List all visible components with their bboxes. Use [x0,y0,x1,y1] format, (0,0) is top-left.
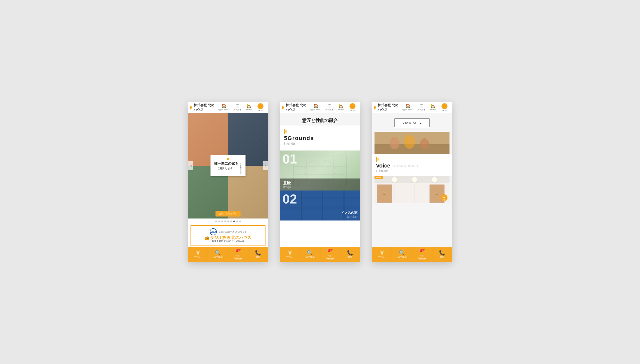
bottom-phone-2[interactable]: 📞 電話 [340,247,360,262]
nav-doc-1[interactable]: 📋 資料請求 [232,104,243,112]
bottom-events-3[interactable]: 🚩 イベント 最新情報 [412,247,432,262]
nav-label-8: MENU [350,110,356,112]
hero-btn[interactable]: お気に入りを探す [216,211,240,216]
dot-2[interactable] [218,220,220,222]
bottom-works-2[interactable]: 🔍 施工事例 [300,247,320,262]
nav-home-1[interactable]: 🏡 HOME [244,104,254,111]
logo-block-6 [375,106,376,108]
home-icon-1: 🏡 [246,104,252,108]
bottom-events-2[interactable]: 🚩 イベント 最新情報 [320,247,340,262]
view-all-container: View All [372,116,452,130]
nav-model-house-3[interactable]: 🏠 モデルハウス [400,104,416,112]
bottom-works-1[interactable]: 🔍 施工事例 [208,247,228,262]
nav-label-2: 資料請求 [234,108,242,111]
phone-icon-1: 📞 [255,250,261,255]
nav-label-11: HOME [430,108,436,111]
screen3-content: View All [372,113,452,247]
card1-label-jp: 意匠 [283,180,357,186]
s3-voice-subtitle: お客様の声 [376,169,448,173]
view-all-btn[interactable]: View All [394,118,430,127]
header-2: 株式会社 北のハウス 🏠 モデルハウス 📋 資料請求 🏡 HOME ☰ MENU [280,102,360,113]
logo-block-4 [283,106,284,108]
s2-card-1[interactable]: 01 意匠 Design [280,150,360,190]
bottom-bar-2: ♛ ブランド 🔍 施工事例 🚩 イベント 最新情報 📞 電話 [280,247,360,262]
doc-icon-3: 📋 [419,104,424,108]
nav-menu-3[interactable]: ☰ MENU [439,103,450,112]
s3-voice-title: Voice KITANOHOUSE [376,162,448,169]
dot-8[interactable] [236,220,238,222]
house-icon-3: 🏠 [406,104,410,108]
svg-point-26 [412,177,417,182]
radio-jaga: JAGA 心とからだにやさしい家づくり [210,228,246,235]
card2-text: イノスの家 住む 北の [341,210,358,218]
logo-text-3: 株式会社 北のハウス [378,103,400,112]
jaga-logo: JAGA [210,228,217,235]
dots-row-1 [188,218,268,224]
nav-doc-3[interactable]: 📋 資料請求 [416,104,427,112]
hero-arrow-left[interactable] [188,161,193,170]
logo-3: 株式会社 北のハウス [374,103,400,112]
voice-title-text: Voice [376,162,390,169]
logo-block-2 [191,106,192,108]
menu-icon-1: ☰ [258,103,264,109]
s3-room-photo: ▲ Top [374,176,450,203]
svg-point-20 [404,135,415,149]
logo-1: 株式会社 北のハウス [190,103,216,112]
nav-home-3[interactable]: 🏡 HOME [428,104,438,111]
top-arrow-icon: ▲ [442,195,446,199]
nav-label-10: 資料請求 [418,108,426,111]
nav-menu-1[interactable]: ☰ MENU [255,103,266,112]
dot-5[interactable] [227,220,229,222]
dot-9[interactable] [239,220,241,222]
logo-block-3 [282,106,283,109]
nav-model-house-2[interactable]: 🏠 モデルハウス [308,104,324,112]
header-1: 株式会社 北のハウス 🏠 モデルハウス 📋 資料請求 🏡 HOME ☰ MENU [188,102,268,113]
svg-point-21 [420,138,429,149]
dot-4[interactable] [224,220,226,222]
dot-1[interactable] [215,220,217,222]
hero-arrow-right[interactable] [263,161,268,170]
bottom-phone-1[interactable]: 📞 電話 [248,247,268,262]
card1-num: 01 [282,152,297,166]
bottom-label-phone-1: 電話 [256,256,260,259]
bottom-label-brand-2: ブランド [286,256,294,259]
bottom-label-events-1: イベント 最新情報 [234,254,242,260]
search-icon-3: 🔍 [399,250,405,255]
bottom-events-1[interactable]: 🚩 イベント 最新情報 [228,247,248,262]
dot-7-active[interactable] [233,220,235,222]
s3-accent-1 [376,157,377,162]
logo-icon-3 [374,106,376,109]
flag-icon-1: 🚩 [235,249,241,254]
s2-card-2[interactable]: 02 イノスの家 住む 北の [280,190,360,220]
s2-accent-bar [284,129,356,134]
svg-point-19 [390,137,400,149]
dot-3[interactable] [221,220,223,222]
nav-label-5: モデルハウス [310,108,322,111]
bottom-phone-3[interactable]: 📞 電話 [432,247,452,262]
bottom-brand-1[interactable]: ♛ ブランド [188,247,208,262]
bottom-brand-3[interactable]: ♛ ブランド [372,247,392,262]
card1-label-en: Design [283,186,357,188]
logo-block-1 [190,106,191,109]
crown-icon-3: ♛ [380,250,384,255]
menu-icon-2: ☰ [350,103,356,109]
s3-top-btn[interactable]: ▲ Top [440,194,448,201]
bottom-brand-2[interactable]: ♛ ブランド [280,247,300,262]
bottom-label-events-2: イベント 最新情報 [326,254,334,260]
bottom-works-3[interactable]: 🔍 施工事例 [392,247,412,262]
nav-model-house-1[interactable]: 🏠 モデルハウス [216,104,232,112]
nav-label-3: HOME [246,108,252,111]
doc-icon-1: 📋 [235,104,240,108]
home-icon-3: 🏡 [430,104,436,108]
svg-rect-33 [384,194,385,195]
nav-home-2[interactable]: 🏡 HOME [336,104,346,111]
nav-menu-2[interactable]: ☰ MENU [347,103,358,112]
crown-icon-1: ♛ [196,250,200,255]
bottom-label-phone-3: 電話 [440,256,444,259]
radio-sub: 📻 ラジオ放送 北のハウス [205,236,251,240]
s3-voice-section: Voice KITANOHOUSE お客様の声 [372,154,452,176]
screen-2: 株式会社 北のハウス 🏠 モデルハウス 📋 資料請求 🏡 HOME ☰ MENU [280,102,360,262]
hero-sub-text: お客様と二人三脚で作り上げた [240,161,242,174]
dot-6[interactable] [230,220,232,222]
nav-doc-2[interactable]: 📋 資料請求 [324,104,335,112]
